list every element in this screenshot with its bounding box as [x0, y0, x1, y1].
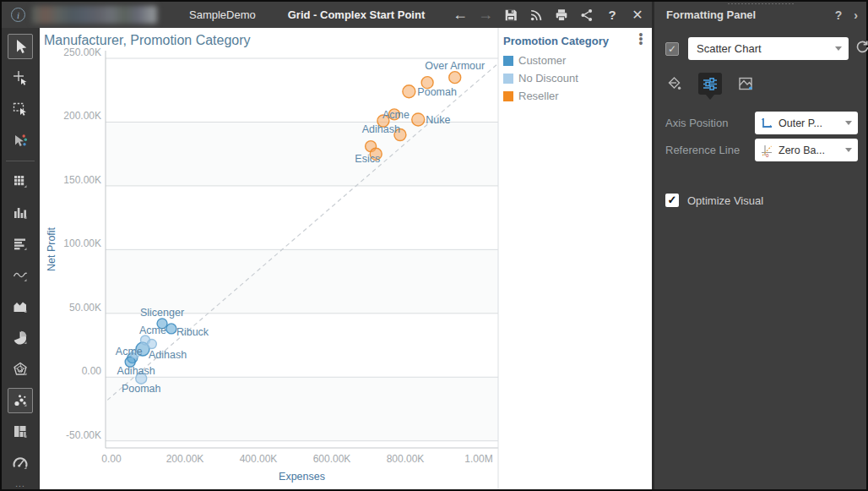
y-tick-label: 0.00 — [82, 365, 102, 377]
scatter-point-reseller[interactable] — [449, 72, 461, 84]
legend-swatch-no-discount — [503, 74, 513, 84]
x-tick-label: 1.00M — [464, 453, 492, 465]
app-window: i SampleDemo Grid - Complex Start Point … — [0, 0, 868, 491]
plot-band — [106, 377, 498, 440]
y-tick-label: 250.00K — [63, 46, 101, 58]
forward-button[interactable]: → — [475, 5, 496, 25]
tab-properties[interactable] — [698, 73, 722, 95]
tool-bar-chart-visual[interactable] — [8, 200, 33, 226]
logo — [32, 6, 157, 24]
help-button[interactable]: ? — [602, 5, 622, 25]
legend-title: Promotion Category — [503, 35, 652, 47]
share-button[interactable] — [577, 5, 597, 25]
x-tick-label: 200.00K — [166, 453, 204, 465]
tool-table-visual[interactable] — [8, 169, 33, 194]
data-label: Esics — [355, 153, 380, 165]
data-label: Adihash — [149, 349, 187, 361]
tool-line-chart-visual[interactable] — [8, 263, 33, 288]
legend-swatch-customer — [503, 56, 513, 66]
tool-scatter-chart-visual[interactable] — [8, 388, 33, 413]
data-label: Acme — [139, 325, 166, 336]
tool-area-chart-visual[interactable] — [8, 294, 33, 319]
reference-line-label: Reference Line — [665, 144, 755, 156]
panel-collapse-icon[interactable]: › — [854, 8, 858, 22]
x-axis-title: Expenses — [279, 471, 325, 483]
data-label: Slicenger — [140, 307, 184, 319]
scatter-point-no-discount[interactable] — [147, 340, 156, 349]
data-label: Poomah — [122, 383, 161, 395]
x-tick-label: 600.00K — [313, 453, 351, 465]
x-tick-label: 0.00 — [101, 453, 122, 465]
chart-canvas: Manufacturer, Promotion Category 250.00K… — [40, 28, 652, 489]
tool-data-point-select[interactable] — [8, 128, 33, 153]
chevron-down-icon — [835, 46, 842, 51]
print-button[interactable] — [551, 5, 572, 25]
optimize-visual-label: Optimize Visual — [687, 194, 763, 207]
close-button[interactable]: ✕ — [627, 5, 648, 25]
plot-band — [106, 122, 498, 185]
chevron-down-icon — [845, 121, 852, 125]
panel-help-icon[interactable]: ? — [835, 8, 843, 22]
panel-grip[interactable] — [727, 3, 795, 6]
toolbar-divider — [6, 161, 35, 161]
data-label: Poomah — [417, 86, 457, 98]
axis-position-icon — [760, 117, 773, 130]
reference-line-select[interactable]: 0 Zero Ba... — [755, 139, 858, 161]
optimize-visual-checkbox[interactable]: ✓ — [665, 194, 679, 207]
titlebar: i SampleDemo Grid - Complex Start Point … — [2, 2, 652, 28]
tools-sidebar: ... — [2, 28, 40, 489]
x-tick-label: 800.00K — [387, 453, 425, 465]
y-tick-label: -50.00K — [66, 429, 101, 441]
y-tick-label: 150.00K — [63, 174, 101, 186]
axis-position-label: Axis Position — [665, 117, 755, 129]
formatting-panel: Formatting Panel ? › ✓ Scatter Chart — [652, 28, 866, 489]
feed-button[interactable] — [526, 5, 546, 25]
tab-image-fill[interactable] — [734, 73, 757, 95]
data-label: Nuke — [426, 114, 450, 126]
info-icon[interactable]: i — [11, 8, 25, 22]
y-tick-label: 100.00K — [63, 237, 101, 249]
tool-gauge-visual[interactable] — [8, 450, 33, 476]
y-tick-label: 50.00K — [69, 302, 101, 314]
toolbar-more-indicator[interactable]: ... — [15, 479, 24, 488]
legend-item[interactable]: Customer — [503, 54, 652, 67]
tool-rectangle-select[interactable] — [8, 96, 33, 122]
x-tick-label: 400.00K — [240, 453, 278, 465]
tool-treemap-visual[interactable] — [8, 419, 33, 445]
formatting-panel-header: Formatting Panel ? › — [652, 2, 866, 28]
tool-row-chart-visual[interactable] — [8, 232, 33, 257]
tab-style-fill[interactable] — [663, 73, 686, 95]
scatter-point-customer[interactable] — [166, 324, 176, 334]
panel-tabs — [663, 73, 757, 95]
tool-pie-chart-visual[interactable] — [8, 325, 33, 351]
tool-point-select[interactable] — [8, 65, 33, 90]
data-label: Acme — [116, 346, 143, 357]
axis-position-select[interactable]: Outer P... — [755, 112, 858, 134]
legend-swatch-reseller — [503, 91, 513, 101]
chart-menu-kebab-icon[interactable]: ••• — [637, 32, 645, 45]
reset-icon[interactable] — [855, 40, 868, 57]
scatter-point-reseller[interactable] — [403, 85, 415, 98]
svg-text:0: 0 — [766, 152, 769, 157]
data-label: Adihash — [362, 123, 400, 135]
plot-band — [106, 249, 498, 313]
visual-enabled-checkbox[interactable]: ✓ — [665, 42, 679, 56]
save-button[interactable] — [501, 5, 521, 25]
legend: Promotion Category Customer No Discount … — [503, 35, 652, 107]
scatter-point-reseller[interactable] — [412, 113, 425, 126]
data-label: Acme — [382, 109, 410, 121]
data-label: Ribuck — [176, 326, 209, 338]
chevron-down-icon — [845, 148, 852, 152]
visual-type-select[interactable]: Scatter Chart — [688, 37, 849, 60]
legend-item[interactable]: Reseller — [503, 90, 652, 102]
tool-radar-chart-visual[interactable] — [8, 357, 33, 382]
y-axis-title: Net Profit — [46, 226, 57, 271]
data-label: Over Armour — [425, 60, 485, 72]
legend-item[interactable]: No Discount — [503, 72, 652, 85]
titlebar-actions: ←→?✕ — [450, 2, 648, 28]
formatting-panel-title: Formatting Panel — [666, 8, 756, 21]
zero-baseline-icon: 0 — [760, 144, 773, 157]
app-name: SampleDemo — [189, 8, 256, 21]
tool-pointer[interactable] — [8, 34, 33, 59]
back-button[interactable]: ← — [450, 5, 470, 25]
